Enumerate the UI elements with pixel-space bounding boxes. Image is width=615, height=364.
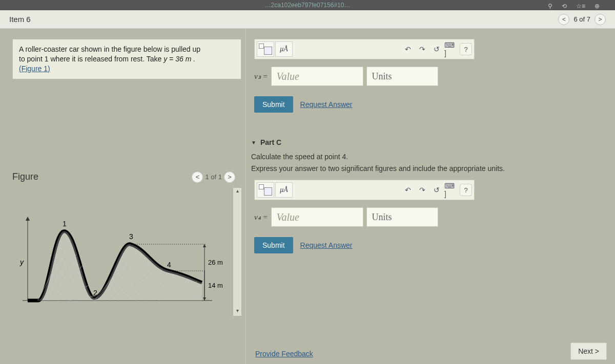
units-input-v3[interactable]: Units: [366, 67, 438, 86]
svg-marker-18: [203, 244, 206, 247]
favorite-icon[interactable]: ☆≡: [576, 1, 585, 11]
redo-icon[interactable]: ↷: [416, 183, 429, 197]
item-label: Item 6: [9, 15, 31, 24]
point-3-label: 3: [129, 232, 133, 241]
url-fragment: …2ca102eeb797fe07156#10…: [265, 2, 351, 9]
request-answer-link-c[interactable]: Request Answer: [300, 241, 353, 249]
right-panel: μÅ ↶ ↷ ↺ ⌨ ] ? v₃ = Value Units Submit R…: [246, 29, 615, 364]
search-icon[interactable]: ⚲: [548, 1, 552, 11]
input-row-c: v₄ = Value Units: [254, 207, 607, 227]
y-axis-label: y: [19, 258, 24, 266]
help-button[interactable]: ?: [460, 184, 472, 196]
browser-icons: ⚲ ⟲ ☆≡ ⊕: [548, 1, 600, 11]
prompt-line2a: to point 1 where it is released from res…: [19, 55, 163, 63]
figure-prev-button[interactable]: <: [192, 172, 203, 183]
pager-position: 6 of 7: [573, 15, 590, 23]
coaster-svg: 1 2 3 4 y 26 m 14 m: [17, 213, 222, 311]
figure-header: Figure < 1 of 1 >: [12, 172, 241, 183]
reset-icon[interactable]: ↺: [430, 42, 443, 56]
reset-icon[interactable]: ↺: [430, 183, 443, 197]
submit-button-b[interactable]: Submit: [254, 96, 293, 113]
caret-down-icon: ▼: [251, 140, 256, 145]
height-26-label: 26 m: [208, 259, 222, 266]
translate-icon[interactable]: ⟲: [562, 1, 567, 11]
figure-title: Figure: [12, 172, 38, 182]
undo-icon[interactable]: ↶: [401, 183, 415, 197]
variable-label-v3: v₃ =: [254, 72, 268, 81]
submit-button-c[interactable]: Submit: [254, 237, 293, 253]
figure-counter: 1 of 1: [205, 173, 222, 181]
value-input-v4[interactable]: Value: [271, 207, 363, 227]
keyboard-icon[interactable]: ⌨ ]: [444, 42, 458, 56]
point-4-label: 4: [167, 261, 171, 269]
prev-item-button[interactable]: <: [558, 14, 569, 25]
part-b-answer: μÅ ↶ ↷ ↺ ⌨ ] ? v₃ = Value Units Submit R…: [251, 34, 610, 121]
part-c-header[interactable]: ▼ Part C: [251, 138, 610, 146]
template-icon[interactable]: [257, 41, 274, 57]
special-chars-button[interactable]: μÅ: [275, 182, 293, 198]
figure-nav: < 1 of 1 >: [192, 172, 235, 183]
units-input-v4[interactable]: Units: [366, 207, 438, 227]
height-14-label: 14 m: [208, 282, 222, 289]
figure-link[interactable]: (Figure 1): [19, 65, 50, 73]
scroll-up-button[interactable]: ▴: [233, 188, 241, 196]
undo-icon[interactable]: ↶: [401, 42, 415, 56]
browser-toolbar: …2ca102eeb797fe07156#10… ⚲ ⟲ ☆≡ ⊕: [0, 0, 615, 10]
part-c-label: Part C: [260, 138, 281, 146]
answer-toolbar-c: μÅ ↶ ↷ ↺ ⌨ ] ?: [254, 180, 475, 200]
template-icon[interactable]: [257, 182, 274, 198]
problem-prompt: A roller-coaster car shown in the figure…: [12, 39, 241, 79]
page-header: Item 6 < 6 of 7 >: [0, 10, 615, 29]
point-1-label: 1: [63, 220, 67, 228]
keyboard-icon[interactable]: ⌨ ]: [444, 183, 458, 197]
collections-icon[interactable]: ⊕: [594, 1, 600, 11]
provide-feedback-link[interactable]: Provide Feedback: [255, 350, 313, 358]
submit-row-b: Submit Request Answer: [254, 96, 607, 113]
figure-viewport: ▴ ▾: [12, 188, 241, 316]
figure-image: 1 2 3 4 y 26 m 14 m: [12, 188, 233, 316]
part-c-answer: μÅ ↶ ↷ ↺ ⌨ ] ? v₄ = Value Units Submit R…: [251, 180, 610, 262]
prompt-line1: A roller-coaster car shown in the figure…: [19, 45, 200, 53]
special-chars-button[interactable]: μÅ: [275, 41, 293, 57]
part-c-instruction: Express your answer to two significant f…: [251, 164, 610, 173]
input-row-b: v₃ = Value Units: [254, 67, 607, 86]
svg-marker-1: [26, 217, 30, 221]
help-button[interactable]: ?: [460, 43, 472, 55]
scroll-down-button[interactable]: ▾: [233, 308, 241, 316]
item-pager: < 6 of 7 >: [558, 14, 606, 25]
next-item-button[interactable]: >: [594, 14, 606, 25]
variable-label-v4: v₄ =: [254, 212, 268, 222]
left-panel: A roller-coaster car shown in the figure…: [0, 29, 246, 364]
request-answer-link-b[interactable]: Request Answer: [300, 100, 353, 109]
redo-icon[interactable]: ↷: [416, 42, 429, 56]
value-input-v3[interactable]: Value: [271, 67, 363, 86]
next-button[interactable]: Next >: [570, 342, 607, 360]
answer-toolbar-b: μÅ ↶ ↷ ↺ ⌨ ] ?: [254, 39, 475, 59]
point-2-label: 2: [93, 289, 97, 297]
part-c-question: Calculate the speed at point 4.: [251, 152, 610, 162]
figure-next-button[interactable]: >: [224, 172, 235, 183]
prompt-eq: y = 36 m .: [163, 55, 195, 63]
submit-row-c: Submit Request Answer: [254, 237, 607, 253]
